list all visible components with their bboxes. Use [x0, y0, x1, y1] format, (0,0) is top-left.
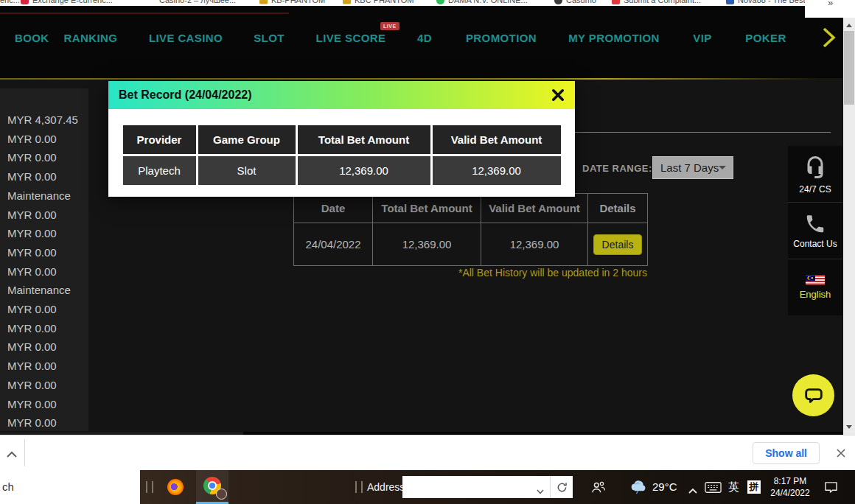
balance-value: MYR 0.00 [7, 206, 88, 225]
balance-value: Maintenance [7, 186, 88, 206]
details-button[interactable]: Details [593, 234, 643, 255]
exchange-favicon [21, 0, 29, 4]
bookmark-item[interactable]: Nova88 - The Best... [726, 0, 812, 4]
balance-value: MYR 0.00 [7, 148, 88, 167]
header-accent-line [0, 13, 289, 14]
support-panel: 24/7 CS Contact Us English [788, 146, 842, 315]
table-row: Playtech Slot 12,369.00 12,369.00 [123, 156, 561, 185]
bet-history-table: Date Total Bet Amount Valid Bet Amount D… [293, 193, 648, 266]
balance-value: MYR 0.00 [7, 262, 88, 281]
nav-item-promotion[interactable]: PROMOTION [466, 32, 537, 44]
chevron-down-icon [719, 166, 726, 169]
close-icon[interactable] [551, 88, 565, 102]
balance-value: MYR 0.00 [7, 376, 88, 395]
balance-value: MYR 0.00 [7, 337, 88, 357]
balance-value: Maintenance [7, 281, 88, 300]
modal-body: Provider Game Group Total Bet Amount Val… [108, 109, 575, 197]
firefox-icon[interactable] [167, 479, 184, 495]
table-header-row: Date Total Bet Amount Valid Bet Amount D… [294, 194, 648, 223]
table-header-row: Provider Game Group Total Bet Amount Val… [123, 125, 561, 154]
cell-game-group: Slot [198, 156, 296, 185]
windows-search-box[interactable]: ch [0, 470, 140, 504]
bookmark-item[interactable]: Submit a Complaint... [612, 0, 701, 4]
language-button[interactable]: English [788, 259, 842, 315]
bookmark-label: DAMA N.V. ONLINE... [448, 0, 528, 4]
balance-value: MYR 0.00 [7, 224, 88, 243]
bet-record-table: Provider Game Group Total Bet Amount Val… [121, 123, 563, 187]
touch-keyboard-icon[interactable] [705, 481, 722, 497]
go-refresh-button[interactable] [550, 476, 573, 498]
col-header-valid-bet: Valid Bet Amount [433, 125, 561, 154]
taskbar: ch Address 29°C 英 拼 [0, 470, 855, 504]
chevron-down-icon[interactable] [537, 484, 544, 497]
nav-item-ranking[interactable]: RANKING [64, 32, 118, 44]
bookmark-label: KBC PHANTOM [355, 0, 413, 4]
bookmark-item[interactable]: Casumo [554, 0, 596, 4]
scrollbar-thumb[interactable] [844, 31, 854, 105]
close-icon[interactable] [836, 448, 846, 461]
bookmark-label: Exchange E-currenc... [32, 0, 113, 4]
nav-item-live-score[interactable]: LIVE SCORE [316, 32, 386, 44]
malaysia-flag-icon [806, 275, 825, 285]
people-icon[interactable] [590, 480, 607, 497]
cell-date: 24/04/2022 [294, 223, 373, 266]
bookmark-label: enc... [0, 0, 20, 4]
date-range-label: DATE RANGE: [582, 163, 652, 174]
date-range-dropdown[interactable]: Last 7 Days [652, 156, 733, 179]
profile-avatar [216, 489, 227, 500]
taskbar-clock[interactable]: 8:17 PM 24/4/2022 [767, 475, 814, 499]
bookmark-label: Submit a Complaint... [624, 0, 701, 4]
ime-pinyin-indicator[interactable]: 拼 [747, 480, 761, 494]
temperature-label[interactable]: 29°C [652, 470, 677, 504]
bookmark-label: Nova88 - The Best... [738, 0, 812, 4]
bookmark-item[interactable]: Casino-2 – лучшее... [147, 0, 236, 4]
date-range-value: Last 7 Days [660, 161, 719, 174]
bookmark-item[interactable]: KB-PHANTOM [259, 0, 325, 4]
cs-247-label: 24/7 CS [799, 184, 831, 195]
divider [24, 439, 25, 466]
chat-bubble-icon [803, 385, 825, 407]
casino-favicon [147, 0, 156, 4]
nav-more-chevron-icon[interactable] [821, 27, 839, 49]
col-header-provider: Provider [123, 125, 196, 154]
notification-center-icon[interactable] [824, 481, 838, 497]
nav-item-live-casino[interactable]: LIVE CASINO [149, 32, 223, 44]
cs-247-button[interactable]: 24/7 CS [788, 146, 842, 202]
balance-value: MYR 0.00 [7, 357, 88, 376]
cell-valid: 12,369.00 [481, 223, 588, 266]
tray-chevron-up-icon[interactable] [688, 484, 698, 497]
cell-details: Details [588, 223, 648, 266]
col-header-total: Total Bet Amount [373, 194, 481, 223]
nav-item-my-promotion[interactable]: MY PROMOTION [568, 32, 660, 44]
chevron-up-icon[interactable] [6, 448, 18, 461]
bookmarks-overflow-chevron[interactable]: » [828, 0, 833, 8]
contact-us-button[interactable]: Contact Us [788, 202, 842, 259]
bookmark-item[interactable]: enc... [0, 0, 20, 4]
downloads-bar: Show all [0, 435, 855, 470]
scroll-up-arrow[interactable] [846, 24, 852, 27]
nav-item-vip[interactable]: VIP [693, 32, 711, 44]
weather-icon[interactable] [629, 480, 648, 497]
col-header-game-group: Game Group [198, 125, 296, 154]
bookmark-label: Casino-2 – лучшее... [159, 0, 236, 4]
bookmarks-bar: enc... Exchange E-currenc... Casino-2 – … [0, 0, 855, 6]
nav-item-slot[interactable]: SLOT [254, 32, 285, 44]
bookmark-item[interactable]: DAMA N.V. ONLINE... [436, 0, 528, 4]
bookmark-item[interactable]: Exchange E-currenc... [21, 0, 113, 4]
balance-value: MYR 0.00 [7, 243, 88, 262]
balance-value: MYR 0.00 [7, 167, 88, 186]
vertical-scrollbar[interactable] [843, 18, 855, 435]
table-row: 24/04/2022 12,369.00 12,369.00 Details [294, 223, 648, 266]
cell-total-bet: 12,369.00 [298, 156, 430, 185]
crown-icon [259, 0, 268, 4]
nav-item-4d[interactable]: 4D [417, 32, 432, 44]
scroll-down-arrow[interactable] [846, 425, 852, 429]
livechat-button[interactable] [792, 374, 834, 416]
address-input[interactable] [402, 476, 550, 498]
bookmark-item[interactable]: KBC PHANTOM [343, 0, 413, 4]
nav-item-book[interactable]: BOOK [15, 32, 49, 44]
show-all-button[interactable]: Show all [753, 442, 820, 464]
ime-language-indicator[interactable]: 英 [728, 470, 739, 504]
chrome-taskbar-button[interactable] [196, 470, 228, 504]
nav-item-poker[interactable]: POKER [745, 32, 786, 44]
